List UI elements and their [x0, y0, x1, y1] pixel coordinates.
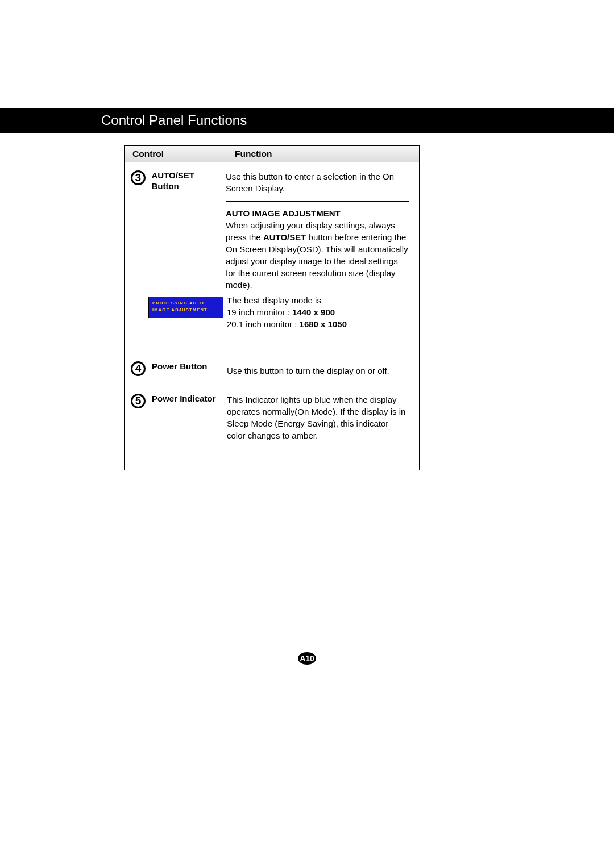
- mode-19: 19 inch monitor : 1440 x 900: [227, 306, 347, 318]
- control-name-line2: Button: [151, 181, 179, 191]
- function-cell: Use this button to turn the display on o…: [227, 353, 419, 386]
- sub-paragraph: When adjusting your display settings, al…: [226, 219, 409, 291]
- control-name-cell: Power Button: [152, 353, 227, 386]
- function-cell: This Indicator lights up blue when the d…: [227, 386, 419, 450]
- table-row: 5 Power Indicator This Indicator lights …: [125, 386, 419, 470]
- control-name-line1: AUTO/SET: [151, 170, 194, 180]
- function-cell: Use this button to enter a selection in …: [226, 162, 419, 350]
- header-function: Function: [235, 149, 419, 159]
- page-footer: A10: [0, 652, 614, 665]
- table-header-row: Control Function: [125, 146, 419, 162]
- divider: [226, 201, 409, 202]
- row-number-cell: 5: [125, 386, 152, 450]
- osd-line1: PROCESSING AUTO: [152, 300, 219, 307]
- title-bar: Control Panel Functions: [0, 108, 614, 133]
- function-intro: Use this button to enter a selection in …: [226, 170, 409, 194]
- mode-201: 20.1 inch monitor : 1680 x 1050: [227, 318, 347, 330]
- control-name-cell: AUTO/SET Button: [151, 162, 226, 350]
- best-mode-intro: The best display mode is: [227, 294, 347, 306]
- row-number-cell: 4: [125, 353, 152, 386]
- functions-table: Control Function 3 AUTO/SET Button Use t…: [124, 145, 420, 470]
- number-badge-5: 5: [131, 394, 146, 408]
- top-margin: [0, 0, 614, 108]
- number-badge-3: 3: [131, 170, 146, 185]
- number-badge-4: 4: [131, 361, 146, 376]
- table-row: 3 AUTO/SET Button Use this button to ent…: [125, 162, 419, 350]
- page-title: Control Panel Functions: [101, 112, 247, 128]
- table-row: 4 Power Button Use this button to turn t…: [125, 350, 419, 386]
- row-number-cell: 3: [125, 162, 151, 350]
- page-number-badge: A10: [298, 652, 316, 665]
- control-name-cell: Power Indicator: [152, 386, 227, 450]
- best-mode-block: The best display mode is 19 inch monitor…: [227, 294, 347, 330]
- osd-line2: IMAGE ADJUSTMENT: [152, 307, 219, 314]
- header-control: Control: [125, 149, 235, 159]
- sub-heading: AUTO IMAGE ADJUSTMENT: [226, 207, 409, 219]
- osd-message-box: PROCESSING AUTO IMAGE ADJUSTMENT: [148, 297, 223, 318]
